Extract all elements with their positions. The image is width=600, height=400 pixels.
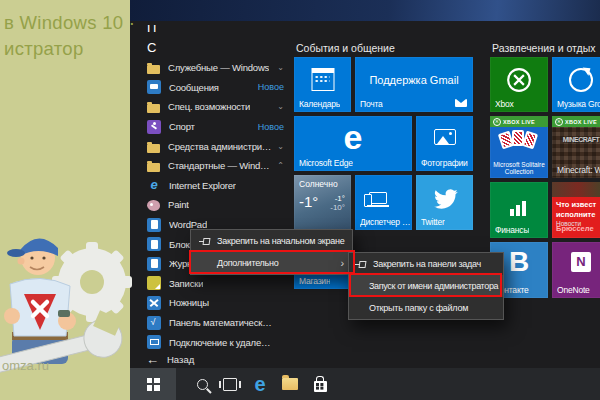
scissors-icon bbox=[147, 296, 161, 310]
calendar-icon bbox=[311, 68, 334, 91]
app-item-snipping-tool[interactable]: Ножницы bbox=[144, 293, 286, 313]
remote-desktop-icon bbox=[147, 335, 161, 349]
menu-item-pin-to-start[interactable]: Закрепить на начальном экране bbox=[191, 230, 352, 252]
xbox-live-banner: ✕ XBOX LIVE bbox=[552, 116, 600, 127]
envelope-icon bbox=[455, 99, 467, 107]
playing-card-icon bbox=[522, 131, 538, 150]
app-item-sport[interactable]: Спорт Новое bbox=[144, 117, 286, 137]
wordpad-icon bbox=[147, 218, 161, 232]
section-header-communication: События и общение bbox=[296, 42, 395, 54]
tile-xbox[interactable]: Xbox bbox=[490, 57, 548, 112]
taskbar-store-button[interactable] bbox=[308, 368, 332, 400]
chevron-down-icon: ⌄ bbox=[277, 142, 284, 151]
tile-finance[interactable]: Финансы bbox=[490, 182, 548, 238]
section-header-entertainment: Развлечения и отдых bbox=[492, 42, 596, 54]
mail-notification-text: Поддержка Gmail bbox=[355, 74, 473, 86]
pin-icon bbox=[199, 237, 210, 245]
menu-item-pin-to-taskbar[interactable]: Закрепить на панели задач bbox=[349, 253, 503, 275]
app-item-messaging[interactable]: Сообщения Новое bbox=[144, 78, 286, 98]
bar-chart-icon bbox=[510, 209, 514, 216]
task-view-button[interactable] bbox=[218, 368, 242, 400]
app-item-remote-desktop[interactable]: Подключение к удаленному р… bbox=[144, 332, 286, 352]
app-item-math-input[interactable]: Панель математического ввода bbox=[144, 313, 286, 333]
messaging-icon bbox=[147, 80, 161, 94]
sticky-notes-icon bbox=[147, 276, 161, 290]
store-bag-icon bbox=[314, 381, 327, 392]
screenshot-root: в Windows 10 · истратор bbox=[0, 0, 600, 400]
sport-icon bbox=[147, 120, 161, 134]
folder-icon bbox=[282, 378, 298, 390]
desktop-wallpaper bbox=[130, 0, 600, 21]
xbox-logo-icon bbox=[506, 67, 532, 93]
taskbar-file-explorer-button[interactable] bbox=[278, 368, 302, 400]
back-arrow-icon: ← bbox=[146, 352, 159, 367]
tile-edge[interactable]: e Microsoft Edge bbox=[294, 116, 412, 171]
tile-minecraft[interactable]: ✕ XBOX LIVE MINECRAFT Minecraft: W bbox=[552, 116, 600, 178]
paint-icon bbox=[147, 200, 160, 211]
tile-groove-music[interactable]: Музыка Gro bbox=[552, 57, 600, 112]
devices-icon bbox=[369, 192, 387, 204]
math-input-icon bbox=[147, 316, 161, 330]
tile-calendar[interactable]: Календарь bbox=[294, 57, 351, 112]
taskbar-edge-button[interactable]: e bbox=[248, 368, 272, 400]
taskbar: e bbox=[130, 368, 600, 400]
annotation-box-run-admin bbox=[349, 273, 502, 297]
minecraft-logo: MINECRAFT bbox=[552, 136, 600, 143]
chevron-down-icon: ⌄ bbox=[277, 102, 284, 111]
article-title-line1: в Windows 10 · bbox=[4, 12, 135, 34]
edge-icon: e bbox=[254, 374, 265, 394]
app-item-paint[interactable]: Paint bbox=[144, 195, 286, 215]
tile-photos[interactable]: Фотографии bbox=[416, 116, 473, 171]
index-letter-partial[interactable]: П bbox=[147, 25, 156, 35]
article-panel: в Windows 10 · истратор bbox=[0, 0, 130, 400]
pin-icon bbox=[355, 260, 366, 268]
tile-onenote[interactable]: N OneNote bbox=[552, 242, 600, 298]
menu-item-open-file-location[interactable]: Открыть папку с файлом bbox=[349, 297, 503, 319]
xbox-live-banner: ✕ XBOX LIVE bbox=[490, 116, 548, 127]
folder-icon bbox=[147, 104, 160, 113]
groove-logo-icon bbox=[569, 68, 593, 92]
chevron-down-icon: ⌄ bbox=[277, 63, 284, 72]
xbox-live-mini-icon: ✕ bbox=[555, 118, 563, 126]
search-icon bbox=[197, 379, 208, 390]
folder-icon bbox=[147, 65, 160, 74]
task-view-icon bbox=[223, 378, 237, 391]
site-watermark: omza.ru bbox=[2, 358, 49, 373]
windows-logo-icon bbox=[147, 378, 160, 391]
tile-news[interactable]: Что извест исполните Новости Брюсселе bbox=[552, 182, 600, 238]
article-title-line2: истратор bbox=[4, 38, 83, 60]
start-button[interactable] bbox=[130, 368, 176, 400]
tile-mail[interactable]: Поддержка Gmail Почта bbox=[355, 57, 473, 112]
twitter-bird-icon bbox=[432, 187, 458, 209]
edge-logo-icon: e bbox=[294, 118, 412, 157]
internet-explorer-icon: e bbox=[147, 178, 161, 192]
tile-twitter[interactable]: Twitter bbox=[416, 175, 473, 230]
onenote-icon: N bbox=[571, 252, 591, 272]
photos-icon bbox=[434, 129, 456, 145]
news-photo-thumbnail bbox=[552, 182, 600, 197]
menu-item-label: Закрепить на начальном экране bbox=[217, 236, 344, 246]
tile-weather[interactable]: Солнечно -1° -1° -10° bbox=[294, 175, 351, 230]
app-list: Служебные — Windows ⌄ Сообщения Новое Сп… bbox=[144, 58, 286, 352]
app-item-accessibility[interactable]: Спец. возможности ⌄ bbox=[144, 97, 286, 117]
xbox-live-mini-icon: ✕ bbox=[493, 118, 501, 126]
menu-item-label: Закрепить на панели задач bbox=[373, 259, 481, 269]
chevron-up-icon: ⌃ bbox=[277, 161, 284, 170]
app-item-system-windows[interactable]: Служебные — Windows ⌄ bbox=[144, 58, 286, 78]
taskbar-search-button[interactable] bbox=[190, 368, 214, 400]
annotation-box-more bbox=[189, 250, 355, 274]
app-item-accessories[interactable]: Стандартные — Windows ⌃ bbox=[144, 156, 286, 176]
folder-icon bbox=[147, 163, 160, 172]
back-button[interactable]: ← Назад bbox=[146, 352, 194, 367]
tile-phone-companion[interactable]: Диспетчер те… bbox=[355, 175, 412, 230]
tile-solitaire[interactable]: ✕ XBOX LIVE Microsoft Solitaire Collecti… bbox=[490, 116, 548, 178]
app-item-admin-tools[interactable]: Средства администрирован… ⌄ bbox=[144, 136, 286, 156]
folder-icon bbox=[147, 144, 160, 153]
new-badge: Новое bbox=[258, 82, 284, 92]
new-badge: Новое bbox=[258, 122, 284, 132]
notepad-icon bbox=[147, 237, 161, 251]
index-letter-c[interactable]: С bbox=[147, 40, 156, 55]
app-item-internet-explorer[interactable]: e Internet Explorer bbox=[144, 176, 286, 196]
journal-icon bbox=[147, 257, 161, 271]
app-item-sticky-notes[interactable]: Записки bbox=[144, 274, 286, 294]
